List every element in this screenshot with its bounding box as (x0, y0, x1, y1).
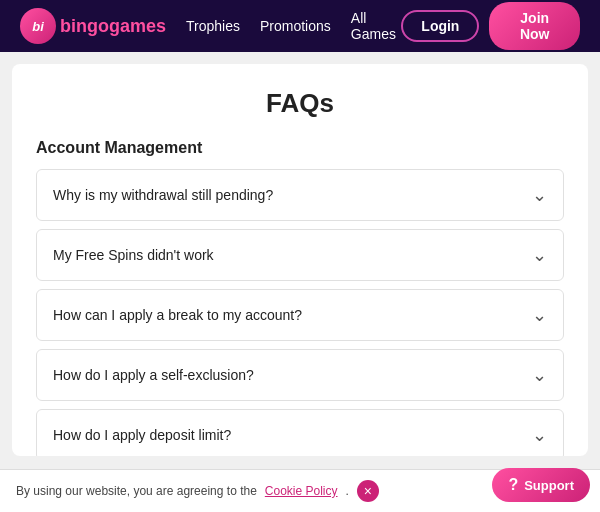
faq-item-1[interactable]: My Free Spins didn't work ⌄ (36, 229, 564, 281)
join-now-button[interactable]: Join Now (489, 2, 580, 50)
support-question-icon: ? (508, 476, 518, 494)
cookie-period: . (346, 484, 349, 498)
section-title: Account Management (36, 139, 564, 157)
cookie-close-button[interactable]: × (357, 480, 379, 502)
nav-item-trophies[interactable]: Trophies (186, 18, 240, 34)
chevron-down-icon-2: ⌄ (532, 304, 547, 326)
login-button[interactable]: Login (401, 10, 479, 42)
nav-item-all-games[interactable]: All Games (351, 10, 402, 42)
page-title: FAQs (36, 88, 564, 119)
faq-item-0[interactable]: Why is my withdrawal still pending? ⌄ (36, 169, 564, 221)
faq-question-2: How can I apply a break to my account? (53, 307, 302, 323)
logo-text: bingogames (60, 16, 166, 37)
faq-question-1: My Free Spins didn't work (53, 247, 214, 263)
chevron-down-icon-1: ⌄ (532, 244, 547, 266)
logo[interactable]: bi bingogames (20, 8, 166, 44)
faq-item-3[interactable]: How do I apply a self-exclusion? ⌄ (36, 349, 564, 401)
chevron-down-icon-0: ⌄ (532, 184, 547, 206)
support-button[interactable]: ? Support (492, 468, 590, 502)
logo-text-games: games (109, 16, 166, 36)
faq-item-4[interactable]: How do I apply deposit limit? ⌄ (36, 409, 564, 456)
cookie-policy-link[interactable]: Cookie Policy (265, 484, 338, 498)
faq-list: Why is my withdrawal still pending? ⌄ My… (36, 169, 564, 456)
support-label: Support (524, 478, 574, 493)
nav-item-promotions[interactable]: Promotions (260, 18, 331, 34)
chevron-down-icon-4: ⌄ (532, 424, 547, 446)
header: bi bingogames Trophies Promotions All Ga… (0, 0, 600, 52)
header-actions: Login Join Now (401, 2, 580, 50)
faq-question-4: How do I apply deposit limit? (53, 427, 231, 443)
main-content: FAQs Account Management Why is my withdr… (12, 64, 588, 456)
faq-item-2[interactable]: How can I apply a break to my account? ⌄ (36, 289, 564, 341)
cookie-text: By using our website, you are agreeing t… (16, 484, 257, 498)
chevron-down-icon-3: ⌄ (532, 364, 547, 386)
faq-question-3: How do I apply a self-exclusion? (53, 367, 254, 383)
logo-text-bingo: bingo (60, 16, 109, 36)
main-nav: Trophies Promotions All Games (186, 10, 401, 42)
logo-icon: bi (20, 8, 56, 44)
faq-question-0: Why is my withdrawal still pending? (53, 187, 273, 203)
